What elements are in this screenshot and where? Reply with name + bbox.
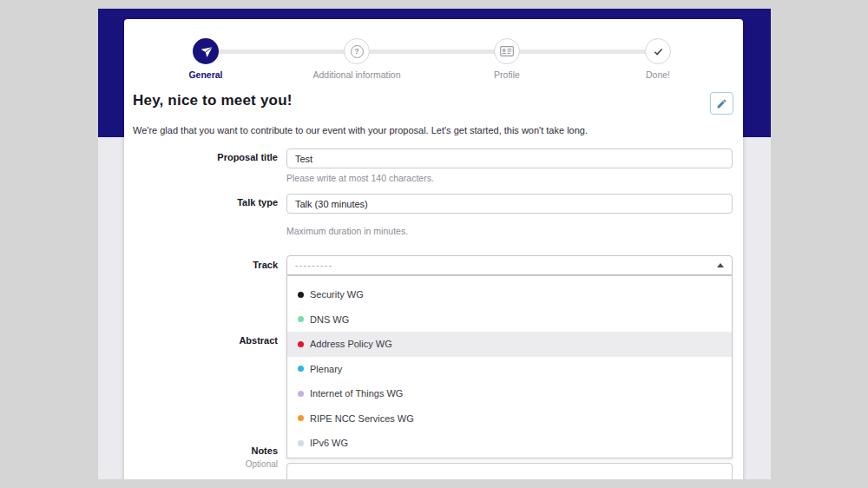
notes-optional-label: Optional	[124, 459, 278, 469]
track-option-label: DNS WG	[310, 314, 349, 325]
edit-button[interactable]	[710, 92, 733, 115]
paper-plane-icon	[200, 45, 213, 58]
chevron-up-icon	[717, 263, 724, 267]
cfp-stepper: General?Additional informationProfileDon…	[124, 19, 743, 87]
track-option-label: IPv6 WG	[310, 438, 348, 448]
stepper-step-additional-information[interactable]: ?Additional information	[287, 38, 426, 80]
page-subtitle: We're glad that you want to contribute t…	[133, 125, 588, 135]
track-option[interactable]: IPv6 WG	[287, 431, 732, 456]
browser-viewport: General?Additional informationProfileDon…	[98, 9, 771, 479]
id-card-icon	[500, 46, 514, 56]
stepper-step-general[interactable]: General	[136, 38, 275, 80]
track-color-dot	[298, 292, 304, 298]
track-placeholder: ---------	[295, 260, 332, 270]
track-color-dot	[298, 440, 304, 446]
question-circle-icon: ?	[351, 45, 364, 58]
notes-label: Notes	[124, 445, 278, 456]
talk-type-help: Maximum duration in minutes.	[286, 226, 408, 236]
stepper-step-profile[interactable]: Profile	[437, 38, 576, 80]
step-circle[interactable]: ?	[344, 38, 370, 64]
track-option-label: Address Policy WG	[310, 339, 392, 349]
submission-card: General?Additional informationProfileDon…	[124, 19, 743, 479]
track-option[interactable]: Address Policy WG	[287, 332, 732, 357]
track-option[interactable]: DNS WG	[287, 307, 732, 333]
track-color-dot	[298, 366, 304, 372]
step-label: Profile	[437, 69, 576, 80]
step-label: Additional information	[287, 69, 426, 80]
track-option[interactable]: Security WG	[287, 291, 732, 307]
proposal-title-label: Proposal title	[124, 152, 278, 162]
proposal-title-input[interactable]	[286, 148, 733, 168]
track-select[interactable]: ---------	[286, 255, 733, 275]
check-icon	[653, 46, 664, 57]
step-circle[interactable]	[645, 38, 671, 64]
track-label: Track	[124, 260, 278, 270]
stepper-step-done[interactable]: Done!	[589, 38, 727, 80]
notes-textarea[interactable]	[286, 463, 733, 479]
pencil-icon	[716, 98, 727, 109]
track-dropdown-panel: Security WGDNS WGAddress Policy WGPlenar…	[286, 275, 733, 458]
abstract-label: Abstract	[124, 335, 278, 346]
track-option-label: Internet of Things WG	[310, 388, 403, 399]
track-color-dot	[298, 316, 304, 322]
track-color-dot	[298, 391, 304, 397]
track-color-dot	[298, 341, 304, 347]
step-circle[interactable]	[494, 38, 520, 64]
talk-type-input[interactable]	[286, 194, 733, 214]
question-circle-icon: ?	[351, 45, 364, 58]
track-color-dot	[298, 415, 304, 421]
track-option[interactable]: Plenary	[287, 357, 732, 382]
track-dropdown-list[interactable]: Security WGDNS WGAddress Policy WGPlenar…	[287, 291, 732, 456]
track-option[interactable]: RIPE NCC Services WG	[287, 406, 732, 432]
track-option-label: RIPE NCC Services WG	[310, 413, 414, 424]
talk-type-label: Talk type	[124, 197, 278, 208]
step-label: Done!	[589, 69, 727, 80]
step-label: General	[136, 69, 275, 80]
step-circle[interactable]	[193, 38, 219, 64]
page-title: Hey, nice to meet you!	[133, 92, 293, 109]
proposal-title-help: Please write at most 140 characters.	[286, 173, 434, 183]
track-option[interactable]: Internet of Things WG	[287, 381, 732, 406]
track-option-label: Plenary	[310, 364, 342, 374]
track-option-label: Security WG	[310, 291, 364, 300]
